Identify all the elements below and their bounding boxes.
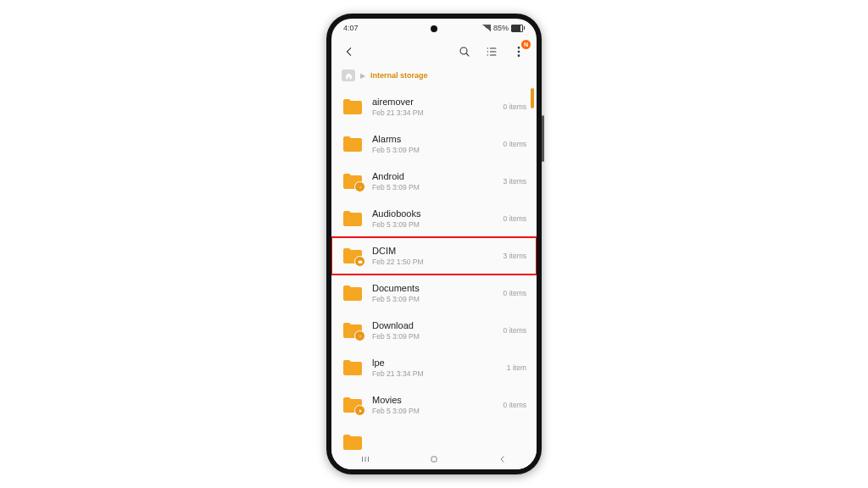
scroll-indicator[interactable] xyxy=(531,88,534,108)
breadcrumb[interactable]: ▶ Internal storage xyxy=(331,66,537,88)
home-button[interactable] xyxy=(429,452,439,468)
folder-name: DCIM xyxy=(372,246,495,257)
folder-name: Documents xyxy=(372,283,495,294)
svg-point-0 xyxy=(460,47,467,54)
folder-icon xyxy=(342,396,364,414)
folder-row-partial[interactable] xyxy=(331,424,537,451)
battery-percent: 85% xyxy=(493,24,509,32)
folder-row-download[interactable]: Download Feb 5 3:09 PM 0 items xyxy=(331,312,537,349)
download-badge-icon xyxy=(354,330,365,341)
gear-badge-icon xyxy=(354,181,365,192)
search-button[interactable] xyxy=(455,42,474,61)
folder-name: Alarms xyxy=(372,134,495,145)
recents-button[interactable] xyxy=(360,452,370,468)
chevron-right-icon: ▶ xyxy=(360,72,365,80)
folder-name: Download xyxy=(372,320,495,331)
folder-icon xyxy=(342,172,364,191)
folder-count: 0 items xyxy=(504,214,526,223)
folder-list[interactable]: airemover Feb 21 3:34 PM 0 items Alarms … xyxy=(331,88,537,451)
camera-badge-icon xyxy=(354,256,365,267)
signal-icon xyxy=(482,25,491,31)
folder-icon xyxy=(342,358,364,377)
svg-point-2 xyxy=(518,51,520,53)
folder-count: 0 items xyxy=(504,401,526,409)
folder-date: Feb 5 3:09 PM xyxy=(372,146,495,154)
folder-name: Movies xyxy=(372,395,495,406)
folder-row-alarms[interactable]: Alarms Feb 5 3:09 PM 0 items xyxy=(331,125,537,163)
folder-date: Feb 5 3:09 PM xyxy=(372,407,495,415)
breadcrumb-current[interactable]: Internal storage xyxy=(370,71,428,80)
more-options-button[interactable] xyxy=(509,42,528,61)
folder-row-android[interactable]: Android Feb 5 3:09 PM 3 items xyxy=(331,163,537,200)
folder-icon xyxy=(342,209,364,228)
view-toggle-button[interactable] xyxy=(482,42,501,61)
svg-point-6 xyxy=(359,261,361,263)
folder-icon xyxy=(342,433,364,451)
folder-name: Android xyxy=(372,171,495,182)
svg-rect-7 xyxy=(431,457,437,462)
folder-date: Feb 5 3:09 PM xyxy=(372,220,495,229)
folder-row-lpe[interactable]: lpe Feb 21 3:34 PM 1 item xyxy=(331,349,537,386)
battery-icon xyxy=(511,25,525,32)
folder-row-movies[interactable]: Movies Feb 5 3:09 PM 0 items xyxy=(331,386,537,424)
folder-icon xyxy=(342,97,364,116)
folder-count: 0 items xyxy=(504,326,526,335)
folder-date: Feb 22 1:50 PM xyxy=(372,258,495,266)
folder-date: Feb 5 3:09 PM xyxy=(372,295,495,303)
back-button[interactable] xyxy=(340,42,359,61)
folder-icon xyxy=(342,284,364,302)
front-camera xyxy=(431,25,437,32)
clock: 4:07 xyxy=(343,24,359,32)
play-badge-icon xyxy=(354,405,365,416)
nav-back-button[interactable] xyxy=(498,452,508,468)
app-bar xyxy=(331,37,537,66)
folder-row-audiobooks[interactable]: Audiobooks Feb 5 3:09 PM 0 items xyxy=(331,200,537,237)
phone-frame: 4:07 85% xyxy=(326,14,542,474)
folder-count: 0 items xyxy=(504,289,526,297)
svg-point-3 xyxy=(518,55,520,57)
folder-icon xyxy=(342,247,364,265)
home-icon[interactable] xyxy=(342,69,355,81)
folder-icon xyxy=(342,135,364,153)
folder-count: 3 items xyxy=(504,177,526,186)
folder-date: Feb 21 3:34 PM xyxy=(372,108,495,117)
folder-icon xyxy=(342,321,364,340)
folder-row-airemover[interactable]: airemover Feb 21 3:34 PM 0 items xyxy=(331,88,537,125)
folder-date: Feb 21 3:34 PM xyxy=(372,369,498,378)
folder-name: airemover xyxy=(372,97,495,108)
folder-count: 1 item xyxy=(507,363,526,372)
folder-count: 3 items xyxy=(504,252,526,260)
screen: 4:07 85% xyxy=(331,19,537,469)
folder-date: Feb 5 3:09 PM xyxy=(372,183,495,191)
folder-count: 0 items xyxy=(504,103,526,111)
svg-point-1 xyxy=(518,47,520,49)
folder-name: lpe xyxy=(372,358,498,369)
folder-name: Audiobooks xyxy=(372,208,495,219)
folder-date: Feb 5 3:09 PM xyxy=(372,332,495,341)
folder-count: 0 items xyxy=(504,140,526,148)
svg-point-4 xyxy=(359,186,361,188)
folder-row-dcim[interactable]: DCIM Feb 22 1:50 PM 3 items xyxy=(331,237,537,274)
phone-side-button xyxy=(542,115,544,162)
folder-row-documents[interactable]: Documents Feb 5 3:09 PM 0 items xyxy=(331,274,537,312)
system-nav-bar xyxy=(331,451,537,469)
